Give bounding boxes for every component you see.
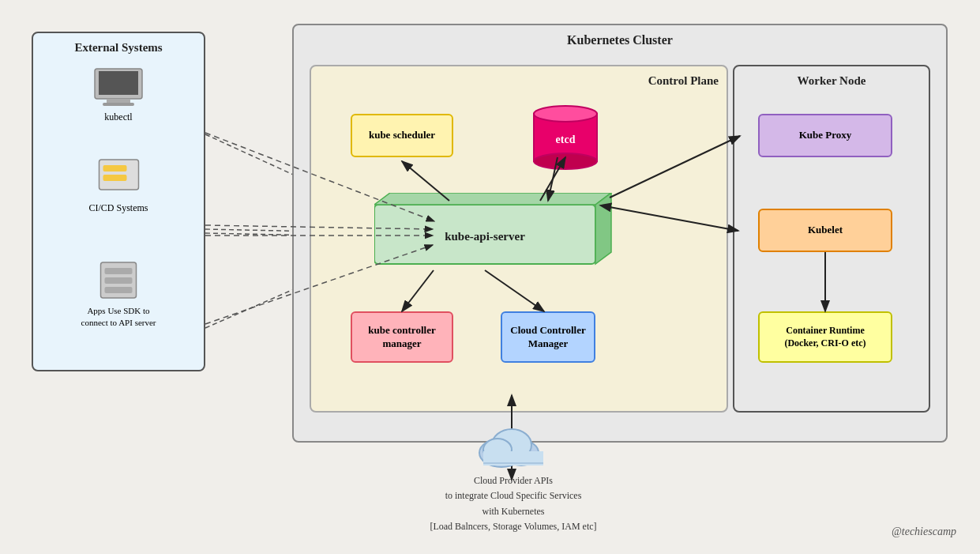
kubectl-label: kubectl: [91, 111, 146, 123]
svg-line-32: [485, 270, 544, 311]
svg-rect-13: [103, 175, 126, 181]
svg-point-20: [534, 106, 597, 122]
kubectl-item: kubectl: [91, 65, 146, 123]
k8s-cluster-box: Kubernetes Cluster Control Plane kube sc…: [292, 24, 948, 443]
worker-node-box: Worker Node Kube Proxy Kubelet Container…: [733, 65, 930, 413]
control-plane-title: Control Plane: [319, 74, 719, 88]
cicd-label: CI/CD Systems: [88, 202, 148, 214]
svg-marker-23: [374, 193, 611, 205]
kube-proxy-label: Kube Proxy: [799, 129, 852, 142]
control-plane-box: Control Plane kube scheduler etcd: [310, 65, 728, 413]
kube-controller-manager-label: kube controller manager: [357, 324, 447, 351]
svg-rect-9: [107, 99, 130, 103]
kube-proxy-box: Kube Proxy: [758, 114, 892, 157]
container-runtime-label: Container Runtime(Docker, CRI-O etc): [784, 325, 865, 349]
external-systems-box: External Systems kubectl CI/CD Systems: [32, 32, 205, 371]
watermark: @techiescamp: [892, 526, 956, 538]
sdk-label: Apps Use SDK toconnect to API server: [81, 305, 156, 330]
container-runtime-box: Container Runtime(Docker, CRI-O etc): [758, 311, 892, 363]
cicd-icon: [95, 156, 142, 199]
kube-scheduler-box: kube scheduler: [351, 114, 453, 157]
cloud-provider-section: Cloud Provider APIs to integrate Cloud S…: [387, 420, 640, 534]
etcd-icon: etcd: [532, 102, 599, 173]
kubelet-box: Kubelet: [758, 209, 892, 252]
diagram-container: External Systems kubectl CI/CD Systems: [0, 0, 980, 554]
svg-rect-8: [99, 71, 138, 95]
svg-rect-17: [105, 287, 133, 293]
svg-line-31: [402, 270, 434, 311]
svg-rect-10: [103, 103, 134, 106]
kube-api-server-svg: kube-api-server: [374, 193, 619, 268]
svg-marker-24: [595, 193, 611, 264]
worker-node-title: Worker Node: [742, 74, 921, 88]
svg-text:etcd: etcd: [556, 134, 576, 145]
k8s-cluster-title: Kubernetes Cluster: [302, 33, 938, 47]
computer-icon: [91, 65, 146, 108]
cloud-description: Cloud Provider APIs to integrate Cloud S…: [387, 473, 640, 534]
svg-text:kube-api-server: kube-api-server: [445, 230, 525, 243]
kube-controller-manager-box: kube controller manager: [351, 311, 453, 363]
server-icon: [93, 258, 145, 302]
kube-scheduler-label: kube scheduler: [369, 129, 435, 142]
cloud-controller-manager-label: Cloud Controller Manager: [507, 324, 589, 351]
cicd-item: CI/CD Systems: [88, 156, 148, 214]
svg-rect-12: [103, 165, 126, 171]
kube-api-server-container: kube-api-server: [374, 193, 611, 264]
svg-point-19: [534, 153, 597, 169]
svg-rect-16: [105, 277, 133, 284]
external-systems-title: External Systems: [41, 41, 196, 55]
etcd-container: etcd: [532, 102, 599, 176]
cloud-controller-manager-box: Cloud Controller Manager: [501, 311, 595, 363]
svg-rect-15: [105, 268, 133, 274]
sdk-item: Apps Use SDK toconnect to API server: [81, 258, 156, 330]
kubelet-label: Kubelet: [808, 224, 843, 237]
cloud-icon: [474, 420, 553, 471]
